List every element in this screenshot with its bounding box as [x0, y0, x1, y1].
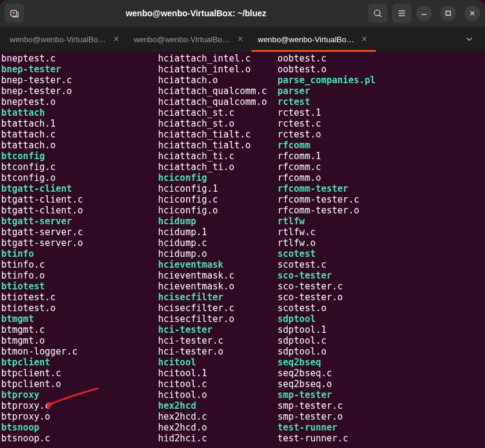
close-icon[interactable]: ×: [359, 34, 370, 45]
file-entry: hciconfig: [158, 172, 277, 183]
close-button[interactable]: [464, 5, 480, 21]
file-entry: hcidump.o: [158, 248, 277, 259]
file-entry: btproxy.c: [1, 400, 158, 411]
file-entry: hciattach_intel.o: [158, 64, 277, 75]
file-entry: btgatt-server: [1, 216, 158, 227]
file-entry: hcidump.1: [158, 227, 277, 238]
file-entry: btpclient.c: [1, 368, 158, 379]
menu-button[interactable]: [392, 4, 411, 23]
file-entry: btgatt-client.o: [1, 205, 158, 216]
file-entry: btsnoop: [1, 422, 158, 433]
file-entry: seq2bseq: [277, 357, 484, 368]
ls-column-1: bneptest.cbnep-testerbnep-tester.cbnep-t…: [1, 53, 158, 444]
tab-2[interactable]: wenbo@wenbo-VirtualBo… ×: [128, 27, 252, 52]
file-entry: scotest.o: [277, 303, 484, 314]
file-entry: bnep-tester: [1, 64, 158, 75]
file-entry: sco-tester.c: [277, 281, 484, 292]
new-tab-button[interactable]: [5, 4, 24, 23]
file-entry: parser: [277, 86, 484, 96]
file-entry: rtlfw.o: [277, 238, 484, 248]
file-entry: rtlfw: [277, 216, 484, 227]
file-entry: btiotest: [1, 281, 158, 292]
file-entry: hciattach_qualcomm.c: [158, 86, 277, 96]
close-icon[interactable]: ×: [111, 34, 122, 45]
file-entry: hcitool: [158, 357, 277, 368]
maximize-button[interactable]: [440, 5, 456, 21]
tab-label: wenbo@wenbo-VirtualBo…: [10, 35, 106, 44]
file-entry: hex2hcd: [158, 400, 277, 411]
chevron-down-icon[interactable]: [457, 34, 481, 45]
search-button[interactable]: [368, 4, 387, 23]
file-entry: btmgmt.o: [1, 335, 158, 346]
file-entry: hciattach_st.c: [158, 107, 277, 118]
file-entry: btpclient.o: [1, 379, 158, 390]
file-entry: smp-tester.o: [277, 411, 484, 422]
file-entry: hid2hci.c: [158, 433, 277, 444]
tab-bar: wenbo@wenbo-VirtualBo… × wenbo@wenbo-Vir…: [0, 27, 485, 52]
file-entry: hex2hcd.c: [158, 411, 277, 422]
file-entry: rfcomm-tester.c: [277, 194, 484, 205]
file-entry: sdptool.1: [277, 324, 484, 335]
file-entry: oobtest.c: [277, 53, 484, 64]
file-entry: hcieventmask: [158, 259, 277, 270]
file-entry: btattach.o: [1, 140, 158, 151]
file-entry: btproxy: [1, 390, 158, 400]
file-entry: bnep-tester.c: [1, 75, 158, 86]
file-entry: rfcomm.c: [277, 162, 484, 172]
file-entry: hciattach_qualcomm.o: [158, 96, 277, 107]
file-entry: btconfig.o: [1, 172, 158, 183]
file-entry: btgatt-server.o: [1, 238, 158, 248]
file-entry: rtlfw.c: [277, 227, 484, 238]
terminal-window: wenbo@wenbo-VirtualBox: ~/bluez wenbo: [0, 0, 485, 448]
file-entry: rfcomm.o: [277, 172, 484, 183]
file-entry: hciattach.o: [158, 75, 277, 86]
file-entry: rfcomm-tester.o: [277, 205, 484, 216]
file-entry: bneptest.o: [1, 96, 158, 107]
file-entry: btconfig: [1, 151, 158, 162]
tab-label: wenbo@wenbo-VirtualBo…: [134, 35, 230, 44]
file-entry: scotest.c: [277, 259, 484, 270]
file-entry: rctest: [277, 96, 484, 107]
file-entry: btiotest.o: [1, 303, 158, 314]
file-entry: rfcomm: [277, 140, 484, 151]
window-title: wenbo@wenbo-VirtualBox: ~/bluez: [29, 8, 363, 18]
file-entry: btattach.1: [1, 118, 158, 129]
ls-column-3: oobtest.coobtest.oparse_companies.plpars…: [277, 53, 484, 444]
file-entry: hciattach_tialt.c: [158, 129, 277, 140]
file-entry: hci-tester: [158, 324, 277, 335]
file-entry: hciattach_tialt.o: [158, 140, 277, 151]
file-entry: smp-tester: [277, 390, 484, 400]
window-controls: [416, 5, 480, 21]
tab-1[interactable]: wenbo@wenbo-VirtualBo… ×: [4, 27, 128, 52]
file-entry: hcieventmask.o: [158, 281, 277, 292]
file-entry: seq2bseq.o: [277, 379, 484, 390]
file-entry: hciattach_intel.c: [158, 53, 277, 64]
file-entry: hex2hcd.o: [158, 422, 277, 433]
file-entry: bnep-tester.o: [1, 86, 158, 96]
file-entry: btpclient: [1, 357, 158, 368]
file-entry: test-runner.c: [277, 433, 484, 444]
file-entry: sdptool: [277, 314, 484, 324]
file-entry: btinfo: [1, 248, 158, 259]
file-entry: btinfo.c: [1, 259, 158, 270]
close-icon[interactable]: ×: [235, 34, 246, 45]
svg-point-1: [375, 10, 380, 16]
file-entry: btconfig.c: [1, 162, 158, 172]
file-entry: hcisecfilter.o: [158, 314, 277, 324]
file-entry: oobtest.o: [277, 64, 484, 75]
file-entry: btattach: [1, 107, 158, 118]
file-entry: btattach.c: [1, 129, 158, 140]
file-entry: hciattach_st.o: [158, 118, 277, 129]
file-entry: hci-tester.o: [158, 346, 277, 357]
file-entry: scotest: [277, 248, 484, 259]
file-entry: sdptool.c: [277, 335, 484, 346]
minimize-button[interactable]: [416, 5, 432, 21]
tab-3[interactable]: wenbo@wenbo-VirtualBo… ×: [252, 27, 376, 52]
file-entry: hcieventmask.c: [158, 270, 277, 281]
titlebar: wenbo@wenbo-VirtualBox: ~/bluez: [0, 0, 485, 27]
ls-column-2: hciattach_intel.chciattach_intel.ohciatt…: [158, 53, 277, 444]
terminal-content[interactable]: bneptest.cbnep-testerbnep-tester.cbnep-t…: [0, 52, 485, 448]
file-entry: sdptool.o: [277, 346, 484, 357]
file-entry: btproxy.o: [1, 411, 158, 422]
file-entry: hciattach_ti.o: [158, 162, 277, 172]
